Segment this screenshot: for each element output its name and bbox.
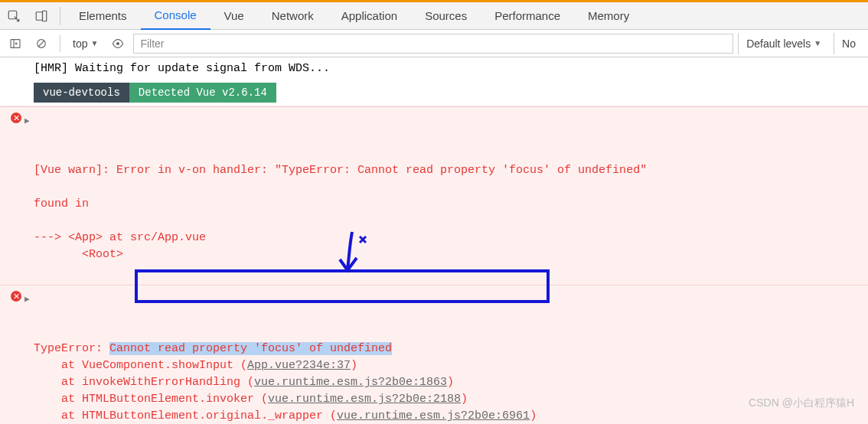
filter-placeholder: Filter — [140, 38, 164, 50]
chevron-down-icon: ▼ — [814, 39, 821, 47]
tab-performance[interactable]: Performance — [481, 2, 574, 30]
levels-label: Default levels — [746, 38, 811, 50]
no-hidden-toggle[interactable]: No — [834, 33, 863, 54]
separator — [60, 7, 60, 25]
error-icon: ✕ — [11, 291, 21, 302]
source-link[interactable]: vue.runtime.esm.js?2b0e:2188 — [268, 393, 461, 406]
log-message: [HMR] Waiting for update signal from WDS… — [0, 57, 868, 80]
watermark: CSDN @小白程序猿H — [749, 396, 854, 410]
tab-sources[interactable]: Sources — [411, 2, 481, 30]
live-expression-icon[interactable] — [107, 33, 129, 54]
tab-console[interactable]: Console — [141, 2, 210, 30]
context-label: top — [73, 38, 87, 50]
log-levels-select[interactable]: Default levels ▼ — [738, 33, 829, 54]
tab-vue[interactable]: Vue — [210, 2, 258, 30]
execution-context-select[interactable]: top ▼ — [68, 38, 103, 50]
error-message[interactable]: ✕ ▶ [Vue warn]: Error in v-on handler: "… — [0, 106, 868, 285]
devtools-tabs: Elements Console Vue Network Application… — [0, 2, 868, 30]
tab-elements[interactable]: Elements — [65, 2, 141, 30]
svg-rect-1 — [36, 11, 42, 20]
device-toolbar-icon[interactable] — [28, 2, 55, 30]
log-message: vue-devtools Detected Vue v2.6.14 — [0, 80, 868, 106]
svg-rect-2 — [43, 11, 47, 21]
expand-icon[interactable]: ▶ — [24, 113, 30, 129]
tab-memory[interactable]: Memory — [574, 2, 643, 30]
chevron-down-icon: ▼ — [90, 39, 98, 47]
tab-application[interactable]: Application — [328, 2, 411, 30]
clear-console-icon[interactable] — [31, 33, 52, 54]
console-sidebar-toggle-icon[interactable] — [5, 33, 26, 54]
vue-detected-badge: Detected Vue v2.6.14 — [129, 83, 276, 103]
source-link[interactable]: App.vue?234e:37 — [247, 359, 351, 372]
filter-input[interactable]: Filter — [133, 34, 733, 54]
error-icon: ✕ — [11, 113, 21, 123]
svg-point-5 — [116, 42, 119, 45]
expand-icon[interactable]: ▶ — [24, 291, 30, 308]
highlighted-text: Cannot read property 'focus' of undefine… — [109, 342, 392, 355]
error-message[interactable]: ✕ ▶ TypeError: Cannot read property 'foc… — [0, 285, 868, 424]
tab-network[interactable]: Network — [258, 2, 328, 30]
source-link[interactable]: vue.runtime.esm.js?2b0e:1863 — [254, 376, 447, 389]
console-toolbar: top ▼ Filter Default levels ▼ No — [0, 30, 868, 57]
vue-devtools-badge: vue-devtools — [34, 83, 129, 103]
source-link[interactable]: vue.runtime.esm.js?2b0e:6961 — [337, 409, 530, 422]
separator — [60, 35, 60, 52]
inspect-element-icon[interactable] — [0, 2, 28, 30]
console-output: [HMR] Waiting for update signal from WDS… — [0, 57, 868, 424]
